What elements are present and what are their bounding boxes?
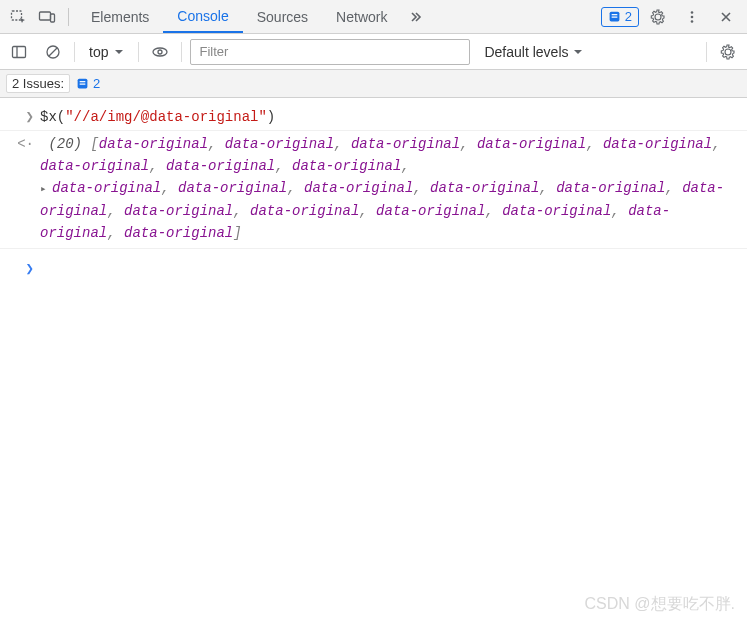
expand-arrow-icon[interactable]: ▸: [40, 178, 50, 200]
svg-point-6: [691, 11, 694, 14]
divider: [68, 8, 69, 26]
array-item[interactable]: data-original: [376, 203, 485, 219]
svg-rect-5: [611, 17, 617, 18]
svg-rect-17: [80, 84, 86, 85]
context-label: top: [89, 44, 108, 60]
inspect-element-icon[interactable]: [6, 4, 32, 30]
array-item[interactable]: data-original: [40, 158, 149, 174]
divider: [706, 42, 707, 62]
console-input-row: ❯ $x("//a/img/@data-original"): [0, 104, 747, 131]
panel-tabs: Elements Console Sources Network: [77, 0, 431, 33]
array-item[interactable]: data-original: [292, 158, 401, 174]
clear-console-icon[interactable]: [40, 39, 66, 65]
device-toolbar-icon[interactable]: [34, 4, 60, 30]
svg-rect-16: [80, 81, 86, 82]
divider: [181, 42, 182, 62]
divider: [74, 42, 75, 62]
array-item[interactable]: data-original: [124, 203, 233, 219]
issues-link[interactable]: 2: [76, 76, 100, 91]
array-item[interactable]: data-original: [178, 180, 287, 196]
svg-line-12: [49, 48, 57, 56]
more-icon[interactable]: [679, 4, 705, 30]
log-levels-selector[interactable]: Default levels: [478, 42, 588, 62]
chevron-down-icon: [573, 47, 583, 57]
array-item[interactable]: data-original: [52, 180, 161, 196]
tab-sources[interactable]: Sources: [243, 0, 322, 33]
input-marker: ❯: [6, 106, 40, 128]
context-selector[interactable]: top: [83, 42, 130, 62]
tab-elements[interactable]: Elements: [77, 0, 163, 33]
live-expression-icon[interactable]: [147, 39, 173, 65]
array-item[interactable]: data-original: [166, 158, 275, 174]
issues-counter-value: 2: [625, 9, 632, 24]
tab-console[interactable]: Console: [163, 0, 242, 33]
svg-rect-2: [51, 14, 55, 22]
console-output-row: <· (20) [data-original, data-original, d…: [0, 131, 747, 246]
prompt-caret: ❯: [6, 257, 40, 279]
chevron-down-icon: [114, 47, 124, 57]
filter-input[interactable]: [190, 39, 470, 65]
divider: [138, 42, 139, 62]
console-toolbar: top Default levels: [0, 34, 747, 70]
array-item[interactable]: data-original: [603, 136, 712, 152]
sidebar-toggle-icon[interactable]: [6, 39, 32, 65]
tab-overflow[interactable]: [401, 0, 431, 33]
console-prompt-row: ❯: [0, 248, 747, 281]
tab-network[interactable]: Network: [322, 0, 401, 33]
console-input-expression[interactable]: $x("//a/img/@data-original"): [40, 106, 739, 128]
issues-counter[interactable]: 2: [601, 7, 639, 27]
issues-label: 2 Issues:: [6, 74, 70, 93]
svg-point-8: [691, 20, 694, 23]
issue-icon: [76, 77, 89, 90]
issue-icon: [608, 10, 621, 23]
output-marker: <·: [6, 133, 40, 155]
svg-point-7: [691, 15, 694, 18]
console-log-area: ❯ $x("//a/img/@data-original") <· (20) […: [0, 98, 747, 281]
array-item[interactable]: data-original: [502, 203, 611, 219]
array-item[interactable]: data-original: [351, 136, 460, 152]
settings-icon[interactable]: [645, 4, 671, 30]
array-item[interactable]: data-original: [250, 203, 359, 219]
svg-rect-0: [12, 11, 22, 20]
console-prompt-input[interactable]: [40, 260, 739, 276]
tabbar-right: 2: [601, 4, 741, 30]
array-item[interactable]: data-original: [225, 136, 334, 152]
log-levels-label: Default levels: [484, 44, 568, 60]
console-output[interactable]: (20) [data-original, data-original, data…: [40, 133, 739, 244]
svg-rect-4: [611, 14, 617, 15]
svg-rect-1: [40, 12, 51, 20]
svg-point-13: [153, 48, 167, 56]
array-item[interactable]: data-original: [99, 136, 208, 152]
array-item[interactable]: data-original: [304, 180, 413, 196]
issues-bar: 2 Issues: 2: [0, 70, 747, 98]
chevron-double-right-icon: [409, 10, 423, 24]
issues-link-count: 2: [93, 76, 100, 91]
devtools-tabbar: Elements Console Sources Network 2: [0, 0, 747, 34]
array-item[interactable]: data-original: [430, 180, 539, 196]
close-icon[interactable]: [713, 4, 739, 30]
array-item[interactable]: data-original: [477, 136, 586, 152]
svg-rect-9: [13, 46, 26, 57]
watermark: CSDN @想要吃不胖.: [585, 594, 735, 615]
svg-point-14: [158, 50, 162, 54]
array-item[interactable]: data-original: [556, 180, 665, 196]
console-settings-icon[interactable]: [715, 39, 741, 65]
array-item[interactable]: data-original: [124, 225, 233, 241]
